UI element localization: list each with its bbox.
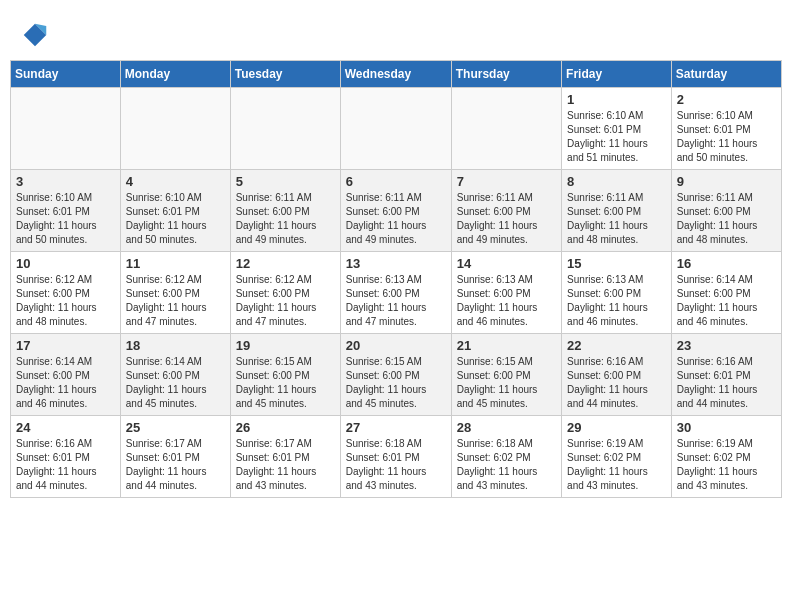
calendar-day-cell: 8Sunrise: 6:11 AM Sunset: 6:00 PM Daylig…: [562, 170, 672, 252]
day-number: 4: [126, 174, 225, 189]
column-header-thursday: Thursday: [451, 61, 561, 88]
calendar-day-cell: 22Sunrise: 6:16 AM Sunset: 6:00 PM Dayli…: [562, 334, 672, 416]
calendar-table: SundayMondayTuesdayWednesdayThursdayFrid…: [10, 60, 782, 498]
day-info: Sunrise: 6:11 AM Sunset: 6:00 PM Dayligh…: [346, 191, 446, 247]
day-number: 19: [236, 338, 335, 353]
day-info: Sunrise: 6:10 AM Sunset: 6:01 PM Dayligh…: [16, 191, 115, 247]
calendar-day-cell: 12Sunrise: 6:12 AM Sunset: 6:00 PM Dayli…: [230, 252, 340, 334]
day-info: Sunrise: 6:10 AM Sunset: 6:01 PM Dayligh…: [126, 191, 225, 247]
day-info: Sunrise: 6:10 AM Sunset: 6:01 PM Dayligh…: [567, 109, 666, 165]
day-info: Sunrise: 6:17 AM Sunset: 6:01 PM Dayligh…: [126, 437, 225, 493]
column-header-sunday: Sunday: [11, 61, 121, 88]
column-header-saturday: Saturday: [671, 61, 781, 88]
day-number: 5: [236, 174, 335, 189]
day-number: 28: [457, 420, 556, 435]
day-info: Sunrise: 6:15 AM Sunset: 6:00 PM Dayligh…: [457, 355, 556, 411]
calendar-day-cell: 24Sunrise: 6:16 AM Sunset: 6:01 PM Dayli…: [11, 416, 121, 498]
day-number: 25: [126, 420, 225, 435]
logo: [20, 20, 52, 50]
day-number: 26: [236, 420, 335, 435]
day-number: 23: [677, 338, 776, 353]
calendar-week-row: 3Sunrise: 6:10 AM Sunset: 6:01 PM Daylig…: [11, 170, 782, 252]
day-number: 29: [567, 420, 666, 435]
day-number: 24: [16, 420, 115, 435]
calendar-day-cell: 27Sunrise: 6:18 AM Sunset: 6:01 PM Dayli…: [340, 416, 451, 498]
calendar-day-cell: [120, 88, 230, 170]
calendar-header-row: SundayMondayTuesdayWednesdayThursdayFrid…: [11, 61, 782, 88]
day-number: 13: [346, 256, 446, 271]
day-number: 18: [126, 338, 225, 353]
day-info: Sunrise: 6:11 AM Sunset: 6:00 PM Dayligh…: [567, 191, 666, 247]
day-number: 6: [346, 174, 446, 189]
calendar-day-cell: [230, 88, 340, 170]
day-number: 14: [457, 256, 556, 271]
column-header-tuesday: Tuesday: [230, 61, 340, 88]
day-number: 20: [346, 338, 446, 353]
day-info: Sunrise: 6:11 AM Sunset: 6:00 PM Dayligh…: [457, 191, 556, 247]
day-info: Sunrise: 6:12 AM Sunset: 6:00 PM Dayligh…: [16, 273, 115, 329]
day-number: 10: [16, 256, 115, 271]
day-info: Sunrise: 6:11 AM Sunset: 6:00 PM Dayligh…: [677, 191, 776, 247]
column-header-monday: Monday: [120, 61, 230, 88]
day-number: 7: [457, 174, 556, 189]
calendar-day-cell: [451, 88, 561, 170]
day-info: Sunrise: 6:19 AM Sunset: 6:02 PM Dayligh…: [567, 437, 666, 493]
day-info: Sunrise: 6:19 AM Sunset: 6:02 PM Dayligh…: [677, 437, 776, 493]
day-number: 2: [677, 92, 776, 107]
day-info: Sunrise: 6:13 AM Sunset: 6:00 PM Dayligh…: [346, 273, 446, 329]
day-info: Sunrise: 6:17 AM Sunset: 6:01 PM Dayligh…: [236, 437, 335, 493]
day-number: 17: [16, 338, 115, 353]
calendar-week-row: 1Sunrise: 6:10 AM Sunset: 6:01 PM Daylig…: [11, 88, 782, 170]
day-info: Sunrise: 6:16 AM Sunset: 6:01 PM Dayligh…: [16, 437, 115, 493]
page-header: [10, 10, 782, 55]
calendar-day-cell: 26Sunrise: 6:17 AM Sunset: 6:01 PM Dayli…: [230, 416, 340, 498]
calendar-day-cell: 25Sunrise: 6:17 AM Sunset: 6:01 PM Dayli…: [120, 416, 230, 498]
day-info: Sunrise: 6:12 AM Sunset: 6:00 PM Dayligh…: [126, 273, 225, 329]
calendar-day-cell: 11Sunrise: 6:12 AM Sunset: 6:00 PM Dayli…: [120, 252, 230, 334]
day-info: Sunrise: 6:14 AM Sunset: 6:00 PM Dayligh…: [16, 355, 115, 411]
day-number: 22: [567, 338, 666, 353]
day-number: 27: [346, 420, 446, 435]
calendar-day-cell: [11, 88, 121, 170]
day-number: 3: [16, 174, 115, 189]
calendar-day-cell: 1Sunrise: 6:10 AM Sunset: 6:01 PM Daylig…: [562, 88, 672, 170]
day-number: 21: [457, 338, 556, 353]
calendar-day-cell: 5Sunrise: 6:11 AM Sunset: 6:00 PM Daylig…: [230, 170, 340, 252]
calendar-day-cell: 9Sunrise: 6:11 AM Sunset: 6:00 PM Daylig…: [671, 170, 781, 252]
day-info: Sunrise: 6:16 AM Sunset: 6:00 PM Dayligh…: [567, 355, 666, 411]
day-info: Sunrise: 6:10 AM Sunset: 6:01 PM Dayligh…: [677, 109, 776, 165]
calendar-day-cell: 6Sunrise: 6:11 AM Sunset: 6:00 PM Daylig…: [340, 170, 451, 252]
calendar-day-cell: 13Sunrise: 6:13 AM Sunset: 6:00 PM Dayli…: [340, 252, 451, 334]
calendar-day-cell: 16Sunrise: 6:14 AM Sunset: 6:00 PM Dayli…: [671, 252, 781, 334]
calendar-week-row: 24Sunrise: 6:16 AM Sunset: 6:01 PM Dayli…: [11, 416, 782, 498]
calendar-day-cell: 15Sunrise: 6:13 AM Sunset: 6:00 PM Dayli…: [562, 252, 672, 334]
calendar-day-cell: 4Sunrise: 6:10 AM Sunset: 6:01 PM Daylig…: [120, 170, 230, 252]
calendar-day-cell: [340, 88, 451, 170]
calendar-day-cell: 3Sunrise: 6:10 AM Sunset: 6:01 PM Daylig…: [11, 170, 121, 252]
day-number: 30: [677, 420, 776, 435]
column-header-friday: Friday: [562, 61, 672, 88]
day-info: Sunrise: 6:18 AM Sunset: 6:02 PM Dayligh…: [457, 437, 556, 493]
day-number: 9: [677, 174, 776, 189]
day-number: 8: [567, 174, 666, 189]
calendar-day-cell: 20Sunrise: 6:15 AM Sunset: 6:00 PM Dayli…: [340, 334, 451, 416]
calendar-day-cell: 23Sunrise: 6:16 AM Sunset: 6:01 PM Dayli…: [671, 334, 781, 416]
day-info: Sunrise: 6:16 AM Sunset: 6:01 PM Dayligh…: [677, 355, 776, 411]
day-info: Sunrise: 6:14 AM Sunset: 6:00 PM Dayligh…: [677, 273, 776, 329]
calendar-day-cell: 28Sunrise: 6:18 AM Sunset: 6:02 PM Dayli…: [451, 416, 561, 498]
day-number: 16: [677, 256, 776, 271]
calendar-day-cell: 2Sunrise: 6:10 AM Sunset: 6:01 PM Daylig…: [671, 88, 781, 170]
calendar-day-cell: 21Sunrise: 6:15 AM Sunset: 6:00 PM Dayli…: [451, 334, 561, 416]
day-number: 11: [126, 256, 225, 271]
day-info: Sunrise: 6:11 AM Sunset: 6:00 PM Dayligh…: [236, 191, 335, 247]
calendar-day-cell: 7Sunrise: 6:11 AM Sunset: 6:00 PM Daylig…: [451, 170, 561, 252]
calendar-day-cell: 14Sunrise: 6:13 AM Sunset: 6:00 PM Dayli…: [451, 252, 561, 334]
day-number: 12: [236, 256, 335, 271]
day-number: 15: [567, 256, 666, 271]
day-info: Sunrise: 6:12 AM Sunset: 6:00 PM Dayligh…: [236, 273, 335, 329]
logo-icon: [20, 20, 50, 50]
calendar-day-cell: 30Sunrise: 6:19 AM Sunset: 6:02 PM Dayli…: [671, 416, 781, 498]
day-info: Sunrise: 6:13 AM Sunset: 6:00 PM Dayligh…: [457, 273, 556, 329]
calendar-day-cell: 18Sunrise: 6:14 AM Sunset: 6:00 PM Dayli…: [120, 334, 230, 416]
calendar-day-cell: 19Sunrise: 6:15 AM Sunset: 6:00 PM Dayli…: [230, 334, 340, 416]
